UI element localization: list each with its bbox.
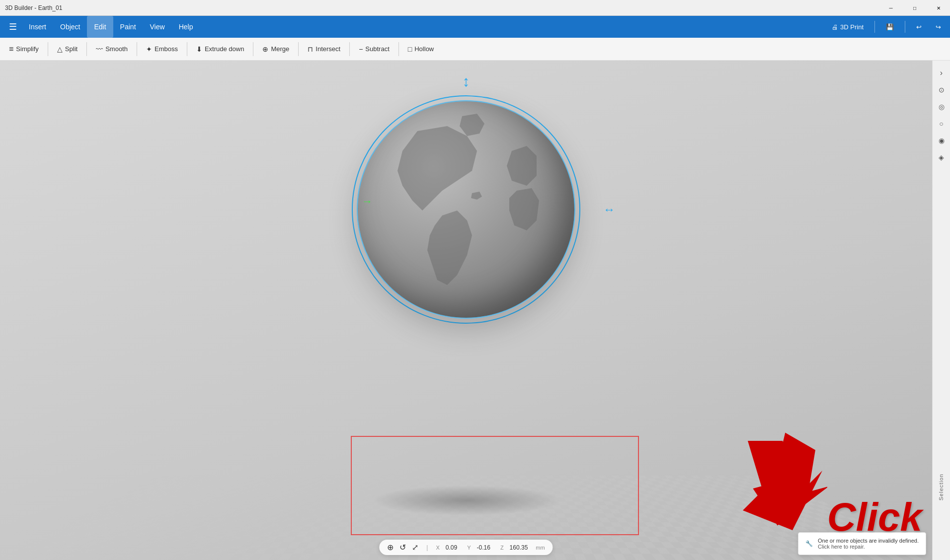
- rotate-tool-icon[interactable]: ↺: [399, 543, 406, 552]
- toolbar: ≡ Simplify △ Split 〰 Smooth ✦ Emboss ⬇ E…: [0, 38, 950, 61]
- print-icon: 🖨: [832, 23, 838, 31]
- emboss-icon: ✦: [146, 45, 152, 53]
- viewport[interactable]: ↕ ↔ → ⊕ ↺ ⤢ | X 0.09 Y -0.16 Z 160.35 mm…: [0, 61, 932, 560]
- x-label: X: [436, 545, 439, 551]
- menu-view[interactable]: View: [143, 16, 172, 38]
- merge-button[interactable]: ⊕ Merge: [257, 40, 294, 58]
- hollow-icon: □: [408, 45, 412, 53]
- close-button[interactable]: ✕: [927, 0, 950, 16]
- separator2: [86, 42, 87, 56]
- z-label: Z: [500, 545, 504, 551]
- error-text: One or more objects are invalidly define…: [818, 538, 919, 550]
- globe-shadow: [372, 486, 560, 515]
- separator4: [187, 42, 187, 56]
- undo-icon: ↩: [916, 23, 922, 31]
- redo-icon: ↪: [936, 23, 941, 31]
- hamburger-menu[interactable]: ☰: [4, 16, 22, 38]
- separator8: [398, 42, 399, 56]
- split-icon: △: [57, 45, 63, 53]
- subtract-button[interactable]: − Subtract: [354, 40, 395, 58]
- smooth-button[interactable]: 〰 Smooth: [91, 40, 133, 58]
- intersect-icon: ⊓: [308, 45, 313, 53]
- globe-sphere: [357, 100, 575, 319]
- separator1: [48, 42, 48, 56]
- menu-divider2: [905, 21, 905, 33]
- sidebar-view2-btn[interactable]: ◎: [934, 99, 949, 114]
- menu-paint[interactable]: Paint: [113, 16, 143, 38]
- titlebar-title: 3D Builder - Earth_01: [5, 4, 62, 11]
- maximize-button[interactable]: □: [903, 0, 926, 16]
- sidebar-view1-btn[interactable]: ⊙: [934, 82, 949, 97]
- 3d-print-button[interactable]: 🖨 3D Print: [827, 21, 869, 33]
- sidebar-selection-label: Selection: [938, 474, 944, 500]
- y-label: Y: [467, 545, 471, 551]
- sidebar-expand-btn[interactable]: ›: [934, 66, 949, 80]
- separator7: [349, 42, 350, 56]
- menu-insert[interactable]: Insert: [22, 16, 53, 38]
- subtract-icon: −: [359, 45, 363, 53]
- minimize-button[interactable]: ─: [879, 0, 902, 16]
- x-value: 0.09: [446, 544, 457, 551]
- green-arrow-handle[interactable]: →: [362, 195, 373, 208]
- intersect-button[interactable]: ⊓ Intersect: [303, 40, 345, 58]
- statusbar: ⊕ ↺ ⤢ | X 0.09 Y -0.16 Z 160.35 mm: [379, 540, 553, 555]
- hollow-button[interactable]: □ Hollow: [403, 40, 439, 58]
- z-value: 160.35: [510, 544, 528, 551]
- save-button[interactable]: 💾: [881, 21, 899, 33]
- titlebar-controls: ─ □ ✕: [879, 0, 950, 16]
- simplify-button[interactable]: ≡ Simplify: [4, 40, 44, 58]
- menu-edit[interactable]: Edit: [87, 16, 113, 38]
- smooth-icon: 〰: [96, 45, 103, 53]
- y-value: -0.16: [477, 544, 490, 551]
- split-button[interactable]: △ Split: [52, 40, 82, 58]
- unit-label: mm: [536, 545, 545, 551]
- menu-object[interactable]: Object: [53, 16, 87, 38]
- error-notification[interactable]: 🔧 One or more objects are invalidly defi…: [798, 532, 926, 555]
- move-tool-icon[interactable]: ⊕: [387, 543, 394, 552]
- extrude-down-icon: ⬇: [196, 45, 202, 53]
- redo-button[interactable]: ↪: [931, 21, 946, 33]
- titlebar: 3D Builder - Earth_01 ─ □ ✕: [0, 0, 950, 16]
- repair-icon: 🔧: [805, 540, 813, 547]
- sidebar-view4-btn[interactable]: ◉: [934, 133, 949, 148]
- simplify-icon: ≡: [9, 45, 13, 54]
- globe-continents: [358, 101, 576, 320]
- menu-divider: [874, 21, 875, 33]
- sidebar-view3-btn[interactable]: ○: [934, 116, 949, 131]
- separator5: [253, 42, 253, 56]
- merge-icon: ⊕: [262, 45, 268, 53]
- separator3: [137, 42, 137, 56]
- menubar: ☰ Insert Object Edit Paint View Help 🖨 3…: [0, 16, 950, 38]
- menu-right-area: 🖨 3D Print 💾 ↩ ↪: [827, 21, 946, 33]
- globe-container[interactable]: ↕ ↔ →: [347, 90, 585, 329]
- save-icon: 💾: [886, 23, 894, 31]
- emboss-button[interactable]: ✦ Emboss: [141, 40, 183, 58]
- horizontal-arrow-handle[interactable]: ↔: [603, 203, 615, 216]
- sidebar-view5-btn[interactable]: ◈: [934, 150, 949, 165]
- separator6: [298, 42, 299, 56]
- main-area: ↕ ↔ → ⊕ ↺ ⤢ | X 0.09 Y -0.16 Z 160.35 mm…: [0, 61, 950, 560]
- undo-button[interactable]: ↩: [911, 21, 927, 33]
- sidebar-right: › ⊙ ◎ ○ ◉ ◈ Selection: [932, 61, 950, 560]
- menu-help[interactable]: Help: [172, 16, 200, 38]
- scale-tool-icon[interactable]: ⤢: [412, 543, 418, 552]
- up-arrow-handle[interactable]: ↕: [463, 73, 470, 90]
- extrude-down-button[interactable]: ⬇ Extrude down: [191, 40, 249, 58]
